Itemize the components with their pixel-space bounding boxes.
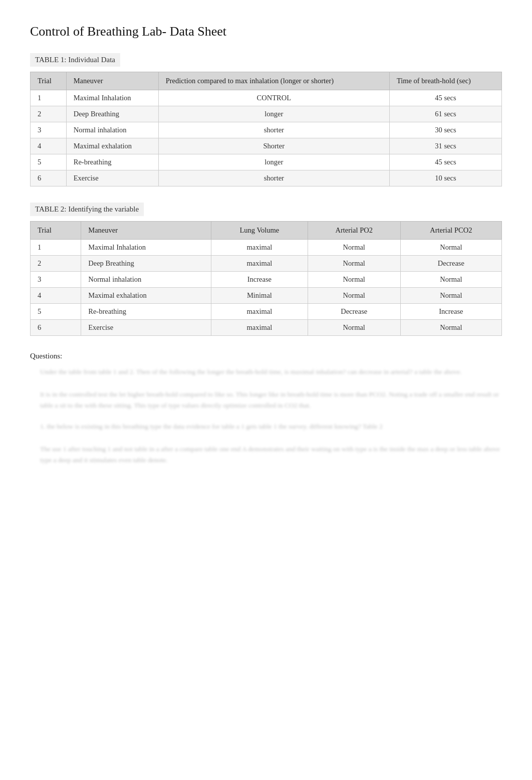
table1-cell-trial: 1: [31, 90, 67, 106]
table2-header-2: Lung Volume: [211, 222, 308, 240]
table-row: 3Normal inhalationshorter30 secs: [31, 122, 502, 138]
table2: TrialManeuverLung VolumeArterial PO2Arte…: [30, 221, 502, 336]
table1-cell-trial: 5: [31, 154, 67, 170]
table1-cell-prediction: CONTROL: [158, 90, 389, 106]
table2-cell-trial: 6: [31, 320, 81, 336]
table1-cell-trial: 6: [31, 170, 67, 186]
table2-cell-lung: maximal: [211, 256, 308, 272]
table1-cell-time: 61 secs: [389, 106, 501, 122]
table2-header-1: Maneuver: [81, 222, 211, 240]
table1-cell-trial: 2: [31, 106, 67, 122]
table2-cell-pco2: Normal: [400, 320, 501, 336]
table1-cell-maneuver: Exercise: [66, 170, 158, 186]
table1-cell-prediction: shorter: [158, 170, 389, 186]
table1-cell-time: 31 secs: [389, 138, 501, 154]
table1-header-0: Trial: [31, 72, 67, 90]
table2-header-3: Arterial PO2: [308, 222, 400, 240]
table-row: 5Re-breathinglonger45 secs: [31, 154, 502, 170]
table2-cell-pco2: Decrease: [400, 256, 501, 272]
table-row: 1Maximal InhalationCONTROL45 secs: [31, 90, 502, 106]
table1-cell-prediction: shorter: [158, 122, 389, 138]
table2-cell-maneuver: Re-breathing: [81, 304, 211, 320]
table2-cell-po2: Normal: [308, 320, 400, 336]
table1-cell-maneuver: Maximal exhalation: [66, 138, 158, 154]
table2-cell-maneuver: Deep Breathing: [81, 256, 211, 272]
table1-header-3: Time of breath-hold (sec): [389, 72, 501, 90]
table1-cell-trial: 3: [31, 122, 67, 138]
table2-header-0: Trial: [31, 222, 81, 240]
questions-label: Questions:: [30, 352, 502, 360]
table1-cell-time: 45 secs: [389, 154, 501, 170]
table-row: 5Re-breathingmaximalDecreaseIncrease: [31, 304, 502, 320]
table-row: 6Exerciseshorter10 secs: [31, 170, 502, 186]
table1-section: TABLE 1: Individual Data TrialManeuverPr…: [30, 53, 502, 186]
table1-cell-time: 45 secs: [389, 90, 501, 106]
table2-title: TABLE 2: Identifying the variable: [30, 203, 144, 216]
table2-cell-pco2: Normal: [400, 240, 501, 256]
table2-header-4: Arterial PCO2: [400, 222, 501, 240]
blurred-answer-1: Under the table from table 1 and 2. Then…: [40, 366, 502, 411]
table-row: 6ExercisemaximalNormalNormal: [31, 320, 502, 336]
questions-section: Questions: Under the table from table 1 …: [30, 352, 502, 466]
table2-cell-maneuver: Maximal exhalation: [81, 288, 211, 304]
table2-cell-po2: Normal: [308, 272, 400, 288]
table1-header-2: Prediction compared to max inhalation (l…: [158, 72, 389, 90]
table2-cell-po2: Normal: [308, 256, 400, 272]
table1: TrialManeuverPrediction compared to max …: [30, 72, 502, 186]
table-row: 3Normal inhalationIncreaseNormalNormal: [31, 272, 502, 288]
table2-cell-lung: maximal: [211, 304, 308, 320]
table-row: 1Maximal InhalationmaximalNormalNormal: [31, 240, 502, 256]
table2-cell-maneuver: Normal inhalation: [81, 272, 211, 288]
table1-cell-time: 10 secs: [389, 170, 501, 186]
table-row: 4Maximal exhalationShorter31 secs: [31, 138, 502, 154]
question-block-1: Under the table from table 1 and 2. Then…: [30, 366, 502, 411]
table1-cell-prediction: longer: [158, 154, 389, 170]
table1-cell-maneuver: Re-breathing: [66, 154, 158, 170]
table2-cell-lung: maximal: [211, 320, 308, 336]
table2-cell-po2: Normal: [308, 288, 400, 304]
table2-cell-trial: 4: [31, 288, 81, 304]
table2-cell-pco2: Normal: [400, 272, 501, 288]
table2-cell-pco2: Normal: [400, 288, 501, 304]
table2-cell-po2: Decrease: [308, 304, 400, 320]
table2-cell-lung: maximal: [211, 240, 308, 256]
table-row: 2Deep Breathinglonger61 secs: [31, 106, 502, 122]
page-title: Control of Breathing Lab- Data Sheet: [30, 24, 502, 39]
table1-cell-maneuver: Maximal Inhalation: [66, 90, 158, 106]
table2-cell-maneuver: Exercise: [81, 320, 211, 336]
table1-cell-time: 30 secs: [389, 122, 501, 138]
blurred-answer-2: 1. the below is existing in this breathi…: [40, 421, 502, 466]
table1-title: TABLE 1: Individual Data: [30, 53, 120, 67]
table1-cell-prediction: longer: [158, 106, 389, 122]
table2-cell-trial: 5: [31, 304, 81, 320]
table2-cell-trial: 1: [31, 240, 81, 256]
table1-header-1: Maneuver: [66, 72, 158, 90]
table-row: 2Deep BreathingmaximalNormalDecrease: [31, 256, 502, 272]
table2-cell-trial: 2: [31, 256, 81, 272]
question-block-2: 1. the below is existing in this breathi…: [30, 421, 502, 466]
table1-cell-trial: 4: [31, 138, 67, 154]
table2-cell-lung: Increase: [211, 272, 308, 288]
table2-cell-pco2: Increase: [400, 304, 501, 320]
table1-cell-maneuver: Deep Breathing: [66, 106, 158, 122]
table1-cell-maneuver: Normal inhalation: [66, 122, 158, 138]
table2-cell-lung: Minimal: [211, 288, 308, 304]
table2-section: TABLE 2: Identifying the variable TrialM…: [30, 203, 502, 336]
table-row: 4Maximal exhalationMinimalNormalNormal: [31, 288, 502, 304]
table1-cell-prediction: Shorter: [158, 138, 389, 154]
table2-cell-po2: Normal: [308, 240, 400, 256]
table2-cell-maneuver: Maximal Inhalation: [81, 240, 211, 256]
table2-cell-trial: 3: [31, 272, 81, 288]
